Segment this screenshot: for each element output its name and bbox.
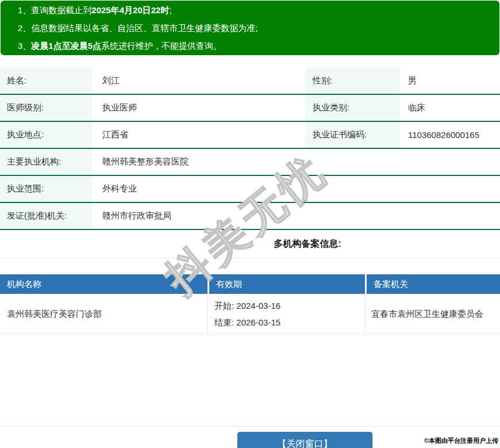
notice-line-1: 1、查询数据截止到2025年4月20日22时; [18, 1, 494, 19]
profile-row-practice-scope: 执业范围: 外科专业 [0, 176, 500, 203]
notice-1-suffix: ; [169, 5, 171, 15]
copyright-note: ©本图由平台注册用户上传 [424, 436, 498, 445]
field-label-practice-location: 执业地点: [0, 122, 92, 148]
notice-3-suffix: 系统进行维护，不能提供查询。 [101, 41, 222, 51]
field-label-practice-scope: 执业范围: [0, 176, 92, 202]
field-label-main-institution: 主要执业机构: [0, 149, 92, 175]
practitioner-profile-table: 姓名: 刘江 性别: 男 医师级别: 执业医师 执业类别: 临床 执业地点: 江… [0, 68, 500, 230]
filing-period-start: 开始: 2024-03-16 [214, 297, 364, 314]
field-value-practice-location: 江西省 [92, 122, 306, 148]
notice-3-bold: 凌晨1点至凌晨5点 [31, 41, 101, 51]
notice-banner: 1、查询数据截止到2025年4月20日22时; 2、信息数据结果以各省、自治区、… [1, 1, 499, 55]
filing-period-end: 结束: 2026-03-15 [214, 314, 364, 331]
field-value-issuing-authority: 赣州市行政审批局 [92, 203, 500, 229]
profile-row-level-category: 医师级别: 执业医师 执业类别: 临床 [0, 95, 500, 122]
filing-table-row: 袁州韩美医疗美容门诊部 开始: 2024-03-16 结束: 2026-03-1… [0, 294, 500, 335]
filing-header-authority: 备案机关 [367, 274, 500, 294]
filing-org-name: 袁州韩美医疗美容门诊部 [0, 294, 207, 334]
field-value-main-institution: 赣州韩美整形美容医院 [92, 149, 500, 175]
field-value-practice-category: 临床 [400, 95, 500, 121]
field-value-practice-scope: 外科专业 [92, 176, 500, 202]
field-value-doctor-level: 执业医师 [92, 95, 306, 121]
notice-3-text: 3、 [18, 41, 31, 51]
field-value-gender: 男 [400, 68, 500, 94]
field-label-doctor-level: 医师级别: [0, 95, 92, 121]
field-value-name: 刘江 [92, 68, 306, 94]
profile-row-location-license: 执业地点: 江西省 执业证书编码: 110360826000165 [0, 122, 500, 149]
close-window-button[interactable]: 【关闭窗口】 [237, 432, 372, 448]
field-label-issuing-authority: 发证(批准)机关: [0, 203, 92, 229]
filing-table-header: 机构名称 有效期 备案机关 [0, 274, 500, 294]
profile-row-issuing-authority: 发证(批准)机关: 赣州市行政审批局 [0, 203, 500, 230]
notice-2-text: 2、信息数据结果以各省、自治区、直辖市卫生健康委数据为准; [18, 23, 258, 33]
notice-line-2: 2、信息数据结果以各省、自治区、直辖市卫生健康委数据为准; [18, 19, 494, 37]
filing-header-validity: 有效期 [209, 274, 365, 294]
profile-row-main-institution: 主要执业机构: 赣州韩美整形美容医院 [0, 149, 500, 176]
filing-table: 机构名称 有效期 备案机关 袁州韩美医疗美容门诊部 开始: 2024-03-16… [0, 274, 500, 335]
field-label-name: 姓名: [0, 68, 92, 94]
field-label-gender: 性别: [306, 68, 400, 94]
notice-1-text: 1、查询数据截止到 [18, 5, 91, 15]
filing-header-org-name: 机构名称 [0, 274, 207, 294]
filing-section-title: 多机构备案信息: [0, 230, 500, 258]
notice-1-bold: 2025年4月20日22时 [91, 5, 169, 15]
filing-authority: 宜春市袁州区卫生健康委员会 [365, 294, 500, 334]
notice-line-3: 3、凌晨1点至凌晨5点系统进行维护，不能提供查询。 [18, 37, 494, 55]
profile-row-name-gender: 姓名: 刘江 性别: 男 [0, 68, 500, 95]
filing-validity-period: 开始: 2024-03-16 结束: 2026-03-15 [207, 294, 365, 334]
field-label-license-number: 执业证书编码: [306, 122, 400, 148]
field-value-license-number: 110360826000165 [400, 122, 500, 148]
bottom-divider [0, 426, 500, 427]
field-label-practice-category: 执业类别: [306, 95, 400, 121]
